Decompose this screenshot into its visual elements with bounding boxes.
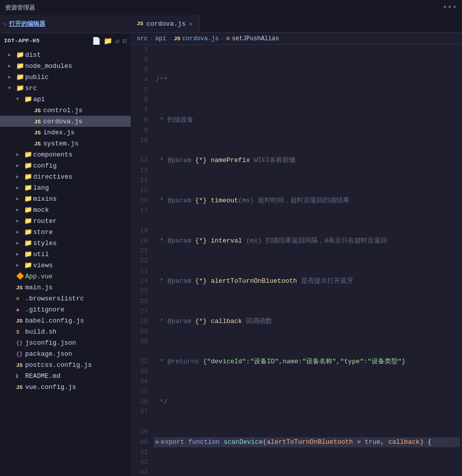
new-folder-icon[interactable]: 📁 <box>104 37 112 45</box>
sidebar-item-cordova-js[interactable]: JS cordova.js <box>0 116 131 127</box>
title-bar-text: 资源管理器 <box>5 4 35 12</box>
breadcrumb-sep-2: › <box>168 35 171 42</box>
sidebar-item-app-vue[interactable]: 🔶 App.vue <box>0 271 131 282</box>
breadcrumb-sep-3: › <box>221 35 224 42</box>
sidebar-item-mock[interactable]: ▶ 📁 mock <box>0 204 131 215</box>
sidebar-item-util[interactable]: ▶ 📁 util <box>0 249 131 260</box>
sidebar-item-lang[interactable]: ▶ 📁 lang <box>0 182 131 193</box>
new-file-icon[interactable]: 📄 <box>92 37 101 45</box>
sidebar-item-control-js[interactable]: JS control.js <box>0 105 131 116</box>
sidebar-item-config[interactable]: ▶ 📁 config <box>0 160 131 171</box>
sidebar-item-public[interactable]: ▶ 📁 public <box>0 71 131 83</box>
root-label: IOT-APP-H5 <box>4 38 40 44</box>
sidebar-item-babel-config[interactable]: JS babel.config.js <box>0 315 131 326</box>
sidebar-item-vue-config[interactable]: JS vue.config.js <box>0 381 131 392</box>
code-editor[interactable]: 1 2 3 4 5 6 7 8 9 10 12 13 14 15 16 17 1… <box>131 45 462 476</box>
sidebar-item-jsconfig-json[interactable]: {} jsconfig.json <box>0 337 131 348</box>
sidebar-item-dist[interactable]: ▶ 📁 dist <box>0 49 131 60</box>
sidebar-item-router[interactable]: ▶ 📁 router <box>0 215 131 226</box>
breadcrumb-file[interactable]: cordova.js <box>182 35 219 42</box>
tab-label: cordova.js <box>146 20 186 28</box>
sidebar-item-main-js[interactable]: JS main.js <box>0 282 131 293</box>
sidebar-item-api[interactable]: ▼ 📁 api <box>0 94 131 105</box>
sidebar-item-browserslistrc[interactable]: ≡ .browserslistrc <box>0 293 131 304</box>
breadcrumb-func[interactable]: setJPushAlias <box>232 35 279 42</box>
sidebar-item-styles[interactable]: ▶ 📁 styles <box>0 237 131 249</box>
sidebar-item-gitignore[interactable]: ◈ .gitignore <box>0 304 131 315</box>
code-content[interactable]: /** * 扫描设备 * @param {*} namePrefix WIFI名… <box>152 45 462 476</box>
sidebar-item-readme-md[interactable]: ℹ README.md <box>0 370 131 381</box>
refresh-icon[interactable]: ↺ <box>115 37 119 45</box>
breadcrumb: src › api › JS cordova.js › ⚙ setJPushAl… <box>131 33 462 45</box>
sidebar-item-package-json[interactable]: {} package.json <box>0 348 131 359</box>
sidebar-item-src[interactable]: ▼ 📁 src <box>0 83 131 94</box>
sidebar-item-node-modules[interactable]: ▶ 📁 node_modules <box>0 60 131 71</box>
sidebar-item-components[interactable]: ▶ 📁 components <box>0 149 131 160</box>
sidebar-item-views[interactable]: ▶ 📁 views <box>0 260 131 271</box>
sidebar-item-index-js[interactable]: JS index.js <box>0 127 131 138</box>
editor-panel: JS cordova.js ✕ src › api › JS cordova.j… <box>131 15 462 476</box>
title-bar-more[interactable]: ••• <box>442 3 457 12</box>
breadcrumb-src[interactable]: src <box>137 35 148 42</box>
breadcrumb-js-icon: JS <box>174 36 180 42</box>
breadcrumb-func-icon: ⚙ <box>226 35 230 42</box>
file-tree: ▶ 📁 dist ▶ 📁 node_modules ▶ 📁 public ▼ 📁… <box>0 48 131 476</box>
open-editors-label: 打开的编辑器 <box>9 20 45 28</box>
sidebar-item-build-sh[interactable]: $ build.sh <box>0 326 131 337</box>
tab-cordova-js[interactable]: JS cordova.js ✕ <box>131 15 200 32</box>
title-bar: 资源管理器 ••• <box>0 0 462 15</box>
tab-close-icon[interactable]: ✕ <box>189 20 193 28</box>
sidebar-open-editors[interactable]: ▷ 打开的编辑器 <box>0 15 131 33</box>
sidebar-item-postcss-config[interactable]: JS postcss.config.js <box>0 359 131 370</box>
sidebar-item-mixins[interactable]: ▶ 📁 mixins <box>0 193 131 204</box>
sidebar: ▷ 打开的编辑器 IOT-APP-H5 📄 📁 ↺ ⊟ ▶ 📁 dist ▶ � <box>0 15 131 476</box>
breadcrumb-api[interactable]: api <box>155 35 166 42</box>
sidebar-item-system-js[interactable]: JS system.js <box>0 138 131 149</box>
collapse-icon[interactable]: ⊟ <box>123 37 127 45</box>
breadcrumb-sep-1: › <box>150 35 153 42</box>
sidebar-item-store[interactable]: ▶ 📁 store <box>0 226 131 237</box>
tabs-bar: JS cordova.js ✕ <box>131 15 462 33</box>
tab-js-icon: JS <box>137 21 143 27</box>
sidebar-item-directives[interactable]: ▶ 📁 directives <box>0 171 131 182</box>
